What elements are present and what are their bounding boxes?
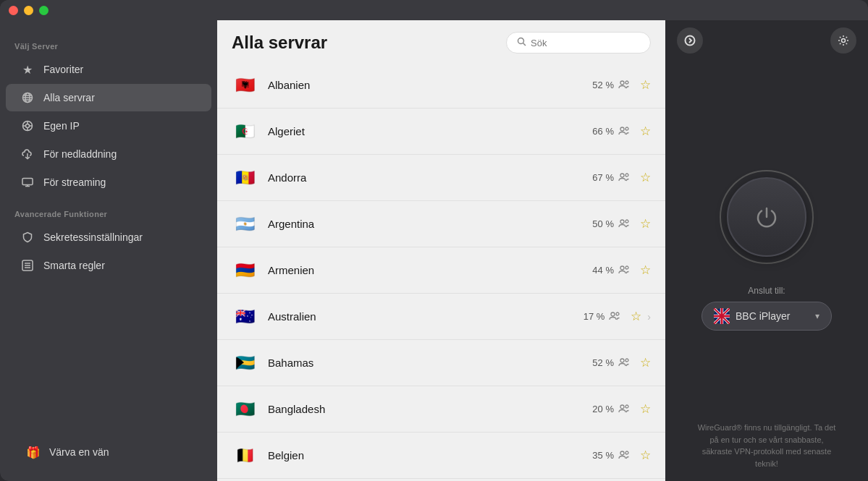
server-name: Andorra — [268, 171, 592, 184]
server-name: Armenien — [268, 264, 592, 276]
main-panel: Alla servrar 🇦🇱 Albanien 52 % — [217, 0, 665, 481]
server-load: 35 % — [592, 450, 614, 461]
chevron-down-icon: ▾ — [815, 311, 819, 321]
search-input[interactable] — [531, 38, 640, 48]
sidebar-item-streaming[interactable]: För streaming — [6, 169, 211, 196]
server-name: Bangladesh — [268, 403, 592, 415]
table-row[interactable]: 🇦🇺 Australien 17 % ☆ › — [217, 294, 665, 340]
star-icon[interactable]: ☆ — [640, 263, 651, 278]
server-name: Argentina — [268, 218, 592, 230]
svg-point-31 — [611, 312, 615, 316]
sidebar-item-refer[interactable]: 🎁 Värva en vän — [12, 438, 206, 466]
back-button[interactable] — [677, 27, 703, 54]
table-row[interactable]: 🇩🇿 Algeriet 66 % ☆ — [217, 108, 665, 155]
sidebar-bottom: 🎁 Värva en vän — [0, 429, 217, 481]
connect-label: Anslut till: — [748, 286, 785, 296]
server-list-panel: Alla servrar 🇦🇱 Albanien 52 % — [217, 20, 665, 481]
connect-dropdown[interactable]: BBC iPlayer ▾ — [701, 302, 832, 331]
power-button[interactable] — [727, 177, 806, 257]
server-name: Albanien — [268, 79, 592, 91]
close-button[interactable] — [9, 6, 18, 15]
wireguard-text: WireGuard® finns nu tillgängligt. Ta det… — [680, 410, 854, 481]
connect-left: BBC iPlayer — [714, 308, 790, 324]
flag-icon: 🇩🇿 — [232, 119, 258, 145]
svg-point-24 — [625, 127, 628, 130]
sidebar: Välj Server ★ Favoriter Alla servrar — [0, 0, 217, 481]
table-row[interactable]: 🇦🇩 Andorra 67 % ☆ — [217, 155, 665, 201]
search-bar[interactable] — [506, 32, 651, 54]
users-icon — [618, 357, 630, 369]
minimize-button[interactable] — [24, 6, 33, 15]
users-icon — [618, 126, 630, 137]
flag-icon: 🇦🇷 — [232, 211, 258, 237]
star-icon[interactable]: ☆ — [640, 170, 651, 185]
users-icon — [618, 218, 630, 230]
server-name: Belgien — [268, 449, 592, 461]
users-icon — [618, 172, 630, 184]
star-icon[interactable]: ☆ — [640, 216, 651, 231]
star-icon[interactable]: ☆ — [640, 401, 651, 417]
server-load: 52 % — [592, 80, 614, 90]
sidebar-item-all-servers[interactable]: Alla servrar — [6, 84, 211, 111]
sidebar-item-download[interactable]: För nedladdning — [6, 140, 211, 168]
server-load: 20 % — [592, 404, 614, 414]
right-panel: Anslut till: BBC iPlayer ▾ — [665, 0, 868, 481]
power-button-outer — [720, 170, 814, 264]
users-icon — [618, 404, 630, 415]
sidebar-item-label: Värva en vän — [49, 446, 109, 458]
sidebar-item-label: Sekretessinställningar — [43, 231, 143, 243]
sidebar-item-label: För nedladdning — [43, 148, 117, 160]
sidebar-item-favorites[interactable]: ★ Favoriter — [6, 56, 211, 83]
table-row[interactable]: 🇦🇲 Armenien 44 % ☆ — [217, 247, 665, 294]
table-row[interactable]: 🇦🇱 Albanien 52 % ☆ — [217, 62, 665, 108]
table-row[interactable]: 🇧🇪 Belgien 35 % ☆ — [217, 433, 665, 479]
svg-point-34 — [625, 359, 628, 362]
star-icon[interactable]: ☆ — [631, 309, 641, 324]
sidebar-item-label: För streaming — [43, 176, 106, 188]
svg-point-29 — [620, 266, 624, 270]
server-load: 44 % — [592, 265, 614, 276]
server-name: Bahamas — [268, 357, 592, 369]
server-load: 52 % — [592, 357, 614, 368]
server-name: Australien — [268, 310, 583, 323]
download-icon — [20, 147, 35, 161]
users-icon — [618, 80, 630, 91]
svg-point-33 — [620, 359, 624, 362]
server-load: 66 % — [592, 126, 614, 137]
sidebar-item-label: Favoriter — [43, 64, 83, 75]
settings-button[interactable] — [830, 27, 856, 54]
server-list: 🇦🇱 Albanien 52 % ☆ 🇩🇿 Algeriet 66 % — [217, 62, 665, 481]
star-icon[interactable]: ☆ — [640, 77, 651, 93]
server-name: Algeriet — [268, 125, 592, 137]
sidebar-item-own-ip[interactable]: Egen IP — [6, 112, 211, 140]
expand-arrow-icon: › — [647, 311, 651, 323]
fullscreen-button[interactable] — [39, 6, 49, 15]
star-icon[interactable]: ☆ — [640, 448, 651, 463]
table-row[interactable]: 🇦🇷 Argentina 50 % ☆ — [217, 201, 665, 247]
server-load: 67 % — [592, 172, 614, 183]
star-icon[interactable]: ☆ — [640, 355, 651, 370]
svg-point-38 — [625, 451, 628, 454]
svg-point-25 — [620, 174, 624, 177]
svg-point-19 — [518, 38, 524, 44]
svg-point-27 — [620, 220, 624, 224]
streaming-icon — [20, 175, 35, 190]
sidebar-item-privacy[interactable]: Sekretessinställningar — [6, 224, 211, 251]
server-load: 50 % — [592, 218, 614, 229]
svg-point-21 — [620, 81, 624, 85]
table-row[interactable]: 🇧🇩 Bangladesh 20 % ☆ — [217, 386, 665, 433]
search-icon — [517, 37, 526, 48]
svg-point-26 — [625, 174, 628, 176]
flag-icon: 🇧🇸 — [232, 350, 258, 376]
titlebar — [0, 0, 868, 20]
sidebar-item-smart-rules[interactable]: Smarta regler — [6, 252, 211, 279]
svg-point-40 — [842, 39, 846, 43]
uk-flag-icon — [714, 308, 730, 324]
power-container: Anslut till: BBC iPlayer ▾ — [701, 61, 832, 410]
right-top-bar — [665, 20, 868, 61]
server-list-header: Alla servrar — [217, 20, 665, 62]
svg-point-30 — [625, 266, 628, 269]
table-row[interactable]: 🇧🇸 Bahamas 52 % ☆ — [217, 340, 665, 386]
star-icon[interactable]: ☆ — [640, 124, 651, 139]
svg-rect-12 — [22, 179, 33, 185]
